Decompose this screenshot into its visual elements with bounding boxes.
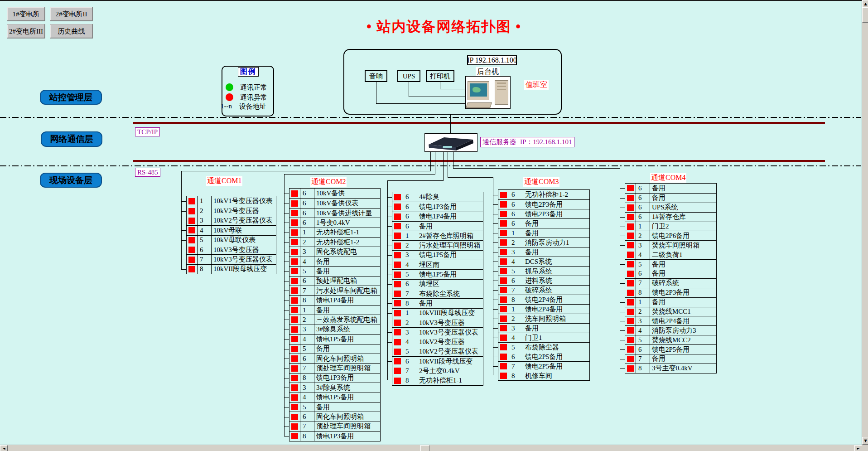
device-row[interactable]: 4 备用 [289, 257, 380, 266]
device-row[interactable]: 4 馈电1P5备用 [289, 393, 380, 402]
vertical-scrollbar[interactable]: ▲ ▼ [862, 0, 868, 445]
device-row[interactable]: 1 10kV1号变压器仪表 [187, 196, 276, 206]
device-row[interactable]: 3 固化系统配电 [289, 247, 380, 256]
device-row[interactable]: 2 洗车间照明箱 [498, 314, 589, 323]
device-row[interactable]: 5 备用 [289, 402, 380, 412]
device-row[interactable]: 6 备用 [625, 184, 716, 193]
device-row[interactable]: 6 1号变0.4kV [289, 218, 380, 227]
device-row[interactable]: 4 门卫1 [498, 333, 589, 342]
device-row[interactable]: 5 10kV母联仪表 [187, 235, 276, 245]
device-row[interactable]: 3 3#除臭系统 [289, 383, 380, 392]
device-row[interactable]: 8 馈电2P4备用 [498, 295, 589, 304]
device-row[interactable]: 6 固化车间照明箱 [289, 354, 380, 363]
device-row[interactable]: 8 馈电1P3备用 [289, 373, 380, 383]
nav-button-substation2-ii[interactable]: 2#变电所II [50, 7, 93, 21]
device-row[interactable]: 8 馈电2P3备用 [625, 288, 716, 297]
horizontal-scrollbar[interactable]: ◄ ► [0, 445, 862, 451]
device-row[interactable]: 4 二级负荷1 [625, 250, 716, 259]
device-row[interactable]: 3 馈电1P5备用 [392, 250, 483, 260]
scroll-up-button[interactable]: ▲ [862, 0, 868, 8]
nav-button-substation2-iii[interactable]: 2#变电所III [7, 24, 45, 39]
layer-button-station-control[interactable]: 站控管理层 [40, 90, 102, 105]
device-row[interactable]: 8 3号主变0.4kV [625, 364, 716, 373]
layer-button-field-device[interactable]: 现场设备层 [40, 173, 102, 188]
device-row[interactable]: 2 污水处理车间照明箱 [392, 240, 483, 250]
device-row[interactable]: 7 馈电2P5备用 [498, 361, 589, 371]
device-row[interactable]: 3 10kV3号变压器仪表 [392, 327, 483, 337]
device-row[interactable]: 5 抓吊系统 [498, 266, 589, 276]
scroll-left-button[interactable]: ◄ [0, 445, 8, 451]
device-row[interactable]: 3 馈电2P4备用 [625, 316, 716, 325]
device-row[interactable]: 8 馈电1P4备用 [289, 295, 380, 305]
device-row[interactable]: 1 10kVIII段母线压变 [392, 308, 483, 318]
device-row[interactable]: 8 无功补偿柜1-1 [392, 376, 483, 385]
device-row[interactable]: 7 破碎系统 [498, 285, 589, 295]
device-row[interactable]: 7 10kV3号变压器仪表 [187, 254, 276, 264]
device-row[interactable]: 1 备用 [289, 305, 380, 315]
device-row[interactable]: 4 消防泵房动力3 [625, 325, 716, 335]
device-row[interactable]: 6 UPS系统 [625, 203, 716, 212]
device-row[interactable]: 6 备用 [625, 193, 716, 203]
device-row[interactable]: 6 进料系统 [498, 276, 589, 285]
device-row[interactable]: 7 预处理车间照明箱 [289, 422, 380, 431]
scroll-right-button[interactable]: ► [854, 445, 862, 451]
device-row[interactable]: 6 无功补偿柜1-2 [498, 190, 589, 199]
device-row[interactable]: 8 馈电1P3备用 [289, 431, 380, 441]
device-row[interactable]: 3 备用 [498, 323, 589, 333]
device-row[interactable]: 7 破碎系统 [625, 278, 716, 288]
device-row[interactable]: 6 馈电2P3备用 [498, 199, 589, 209]
device-row[interactable]: 6 4#除臭 [392, 192, 483, 202]
device-row[interactable]: 1 无功补偿柜1-1 [289, 228, 380, 237]
device-row[interactable]: 2 三效蒸发系统配电箱 [289, 315, 380, 324]
device-row[interactable]: 8 机修车间 [498, 371, 589, 380]
device-row[interactable]: 3 3#除臭系统 [289, 325, 380, 334]
device-row[interactable]: 5 焚烧线MCC2 [625, 335, 716, 344]
layer-button-network-comm[interactable]: 网络通信层 [41, 131, 102, 147]
device-row[interactable]: 6 预处理配电箱 [289, 276, 380, 286]
device-row[interactable]: 2 馈电2P6备用 [625, 231, 716, 240]
device-row[interactable]: 4 10kV母联 [187, 225, 276, 235]
device-row[interactable]: 3 焚烧车间照明箱 [625, 240, 716, 250]
device-row[interactable]: 2 无功补偿柜1-2 [289, 237, 380, 247]
device-row[interactable]: 8 备用 [392, 298, 483, 308]
device-row[interactable]: 6 10kVII段母线压变 [392, 356, 483, 366]
device-row[interactable]: 2 10kV3号变压器 [392, 318, 483, 327]
device-row[interactable]: 4 馈电1P5备用 [289, 334, 380, 344]
device-row[interactable]: 8 10kVII段母线压变 [187, 264, 276, 274]
device-row[interactable]: 5 10kV2号变压器仪表 [392, 347, 483, 356]
scroll-down-button[interactable]: ▼ [862, 437, 868, 445]
horizontal-scroll-thumb[interactable] [420, 445, 429, 451]
device-row[interactable]: 7 备用 [625, 354, 716, 364]
device-row[interactable]: 5 备用 [289, 266, 380, 276]
nav-button-history-curve[interactable]: 历史曲线 [50, 24, 93, 39]
device-row[interactable]: 7 2号主变0.4kV [392, 366, 483, 375]
device-row[interactable]: 7 预处理车间照明箱 [289, 363, 380, 373]
device-row[interactable]: 3 备用 [498, 247, 589, 257]
device-row[interactable]: 5 备用 [625, 259, 716, 269]
device-row[interactable]: 7 污水处理车间配电箱 [289, 286, 380, 295]
device-row[interactable]: 4 DCS系统 [498, 257, 589, 266]
device-row[interactable]: 3 10kV2号变压器仪表 [187, 216, 276, 225]
nav-button-substation1[interactable]: 1#变电所 [7, 7, 45, 21]
device-row[interactable]: 1 馈电2P4备用 [498, 304, 589, 314]
device-row[interactable]: 6 固化车间照明箱 [289, 412, 380, 421]
device-row[interactable]: 2 焚烧线MCC1 [625, 307, 716, 316]
device-row[interactable]: 6 10kV备供仪表 [289, 198, 380, 208]
device-row[interactable]: 6 填埋区 [392, 279, 483, 289]
device-row[interactable]: 1 备用 [498, 228, 589, 238]
device-row[interactable]: 1 2#暂存仓库照明箱 [392, 231, 483, 240]
device-row[interactable]: 5 备用 [289, 344, 380, 354]
device-row[interactable]: 6 备用 [498, 218, 589, 228]
device-row[interactable]: 6 馈电2P5备用 [498, 352, 589, 361]
device-row[interactable]: 6 1#暂存仓库 [625, 212, 716, 222]
vertical-scroll-thumb[interactable] [862, 7, 868, 23]
device-row[interactable]: 6 馈电1P3备用 [392, 202, 483, 211]
device-row[interactable]: 6 10kV3号变压器 [187, 245, 276, 254]
device-row[interactable]: 2 消防泵房动力1 [498, 238, 589, 247]
device-row[interactable]: 2 10kV2号变压器 [187, 206, 276, 215]
device-row[interactable]: 4 10kV2号变压器 [392, 337, 483, 346]
device-row[interactable]: 5 馈电1P5备用 [392, 269, 483, 279]
device-row[interactable]: 1 门卫2 [625, 222, 716, 231]
device-row[interactable]: 6 备用 [392, 221, 483, 231]
device-row[interactable]: 1 备用 [625, 297, 716, 307]
